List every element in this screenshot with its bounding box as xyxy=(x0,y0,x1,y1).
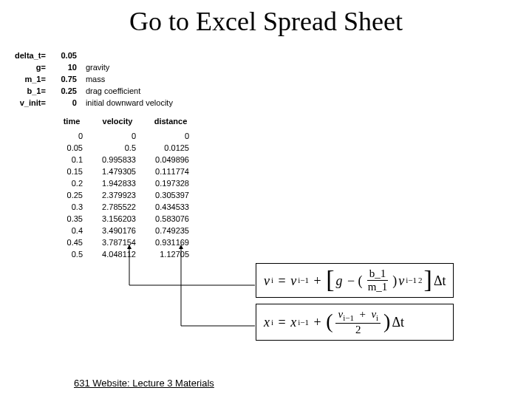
eq: = xyxy=(275,316,289,329)
eq: = xyxy=(275,274,289,287)
sub: i xyxy=(376,313,378,322)
cell: 0.45 xyxy=(53,237,90,248)
sub: i xyxy=(271,276,273,284)
var: v xyxy=(264,274,270,287)
dt: Δt xyxy=(434,274,446,287)
param-label: v_init= xyxy=(12,98,49,108)
distance-formula: xi = xi−1 + ( vi−1 + vi 2 ) Δt xyxy=(256,304,454,341)
var: v xyxy=(290,274,296,287)
cell: 0.583076 xyxy=(145,214,197,224)
cell: 1.479305 xyxy=(92,166,143,177)
formula-block: vi = vi−1 + [ g − ( b_1 m_1 ) vi−12 ] Δt… xyxy=(256,263,454,347)
param-desc xyxy=(81,50,176,61)
sub: i−1 xyxy=(298,276,309,284)
cell: 0.049896 xyxy=(145,154,197,165)
cell: 0.0125 xyxy=(145,143,197,153)
cell: 0 xyxy=(92,131,143,141)
var: x xyxy=(264,316,270,329)
velocity-formula: vi = vi−1 + [ g − ( b_1 m_1 ) vi−12 ] Δt xyxy=(256,263,454,298)
numerator: b_1 xyxy=(367,268,389,281)
var: x xyxy=(290,316,296,329)
var: v xyxy=(398,274,404,287)
cell: 2.785522 xyxy=(92,202,143,212)
col-distance: distance xyxy=(145,116,197,129)
param-desc: initial downward velocity xyxy=(81,98,176,108)
sub: i−1 xyxy=(298,318,309,327)
cell: 0.35 xyxy=(53,214,90,224)
cell: 2.379923 xyxy=(92,190,143,200)
cell: 0.25 xyxy=(53,190,90,200)
param-value: 10 xyxy=(50,62,80,72)
numerator: vi−1 + vi xyxy=(335,309,381,324)
cell: 0.2 xyxy=(53,178,90,188)
param-value: 0.05 xyxy=(50,50,80,61)
fraction: vi−1 + vi 2 xyxy=(335,309,381,335)
param-value: 0.25 xyxy=(50,86,80,96)
cell: 0.15 xyxy=(53,166,90,177)
dt: Δt xyxy=(392,316,404,329)
materials-link[interactable]: 631 Website: Lecture 3 Materials xyxy=(74,378,214,389)
cell: 0.305397 xyxy=(145,190,197,200)
cell: 3.490176 xyxy=(92,225,143,236)
fraction: b_1 m_1 xyxy=(366,268,390,293)
arrow-diagram xyxy=(118,241,266,352)
plus: + xyxy=(310,316,324,329)
cell: 0.4 xyxy=(53,225,90,236)
param-label: delta_t= xyxy=(12,50,49,61)
cell: 0 xyxy=(53,131,90,141)
paren-open-icon: ( xyxy=(326,321,332,323)
param-label: m_1= xyxy=(12,74,49,84)
cell: 0.749235 xyxy=(145,225,197,236)
cell: 0.3 xyxy=(53,202,90,212)
sup: 2 xyxy=(418,276,423,284)
param-label: b_1= xyxy=(12,86,49,96)
cell: 3.156203 xyxy=(92,214,143,224)
param-desc: mass xyxy=(81,74,176,84)
col-time: time xyxy=(53,116,90,129)
cell: 0.111774 xyxy=(145,166,197,177)
param-value: 0 xyxy=(50,98,80,108)
param-label: g= xyxy=(12,62,49,72)
sub: i−1 xyxy=(406,276,417,284)
cell: 0.197328 xyxy=(145,178,197,188)
var: g xyxy=(335,274,342,287)
sub: i−1 xyxy=(343,313,354,322)
cell: 0.434533 xyxy=(145,202,197,212)
sub: i xyxy=(271,318,273,327)
data-table: time velocity distance 000 0.050.50.0125… xyxy=(52,115,198,261)
parameter-table: delta_t=0.05 g=10gravity m_1=0.75mass b_… xyxy=(10,49,177,109)
cell: 0.995833 xyxy=(92,154,143,165)
bracket-close-icon: ] xyxy=(424,279,432,282)
cell: 1.942833 xyxy=(92,178,143,188)
plus: + xyxy=(310,274,324,287)
cell: 0.05 xyxy=(53,143,90,153)
param-value: 0.75 xyxy=(50,74,80,84)
plus: + xyxy=(357,308,369,320)
col-velocity: velocity xyxy=(92,116,143,129)
denominator: m_1 xyxy=(366,281,390,293)
page-title: Go to Excel Spread Sheet xyxy=(0,6,532,37)
denominator: 2 xyxy=(353,324,364,335)
bracket-open-icon: [ xyxy=(326,279,334,282)
paren-close-icon: ) xyxy=(383,321,390,323)
param-desc: drag coefficient xyxy=(81,86,176,96)
minus: − ( xyxy=(344,274,362,287)
paren-close: ) xyxy=(392,274,397,287)
param-desc: gravity xyxy=(81,62,176,72)
cell: 0.5 xyxy=(92,143,143,153)
cell: 0.5 xyxy=(53,249,90,259)
cell: 0 xyxy=(145,131,197,141)
cell: 0.1 xyxy=(53,154,90,165)
